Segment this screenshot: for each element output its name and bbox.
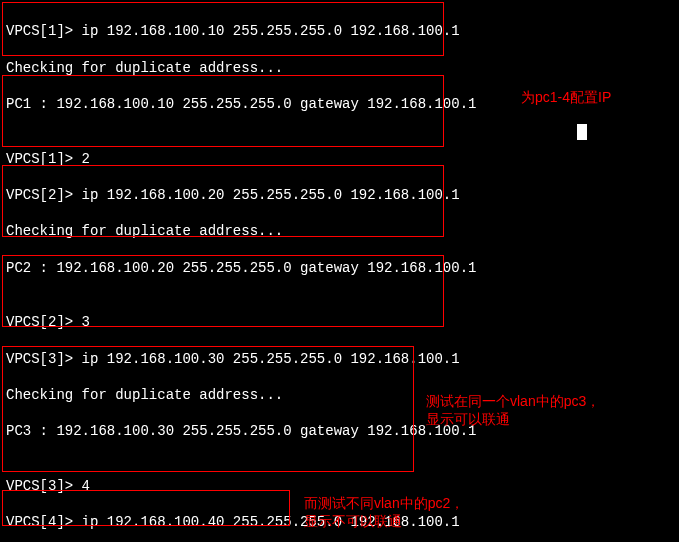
switch-to-3: VPCS[2]> 3 (6, 313, 673, 331)
annotation-text: 为pc1-4配置IP (521, 89, 611, 105)
terminal-output[interactable]: VPCS[1]> ip 192.168.100.10 255.255.255.0… (0, 0, 679, 542)
annotation-text-l1: 测试在同一个vlan中的pc3， (426, 393, 600, 409)
switch-to-4: VPCS[3]> 4 (6, 477, 673, 495)
switch-to-2: VPCS[1]> 2 (6, 150, 673, 168)
check-dup-2: Checking for duplicate address... (6, 222, 673, 240)
annotation-configure-ip: 为pc1-4配置IP (521, 88, 611, 106)
cmd-ip-pc3: VPCS[3]> ip 192.168.100.30 255.255.255.0… (6, 350, 673, 368)
pc2-result: PC2 : 192.168.100.20 255.255.255.0 gatew… (6, 259, 673, 277)
annotation-diff-vlan: 而测试不同vlan中的pc2， 显示不可以联通 (304, 494, 464, 530)
annotation-same-vlan: 测试在同一个vlan中的pc3， 显示可以联通 (426, 392, 600, 428)
check-dup-1: Checking for duplicate address... (6, 59, 673, 77)
annotation-text-l1: 而测试不同vlan中的pc2， (304, 495, 464, 511)
text-cursor (577, 124, 587, 140)
cmd-ip-pc2: VPCS[2]> ip 192.168.100.20 255.255.255.0… (6, 186, 673, 204)
cmd-ip-pc1: VPCS[1]> ip 192.168.100.10 255.255.255.0… (6, 22, 673, 40)
annotation-text-l2: 显示可以联通 (426, 411, 510, 427)
annotation-text-l2: 显示不可以联通 (304, 513, 402, 529)
